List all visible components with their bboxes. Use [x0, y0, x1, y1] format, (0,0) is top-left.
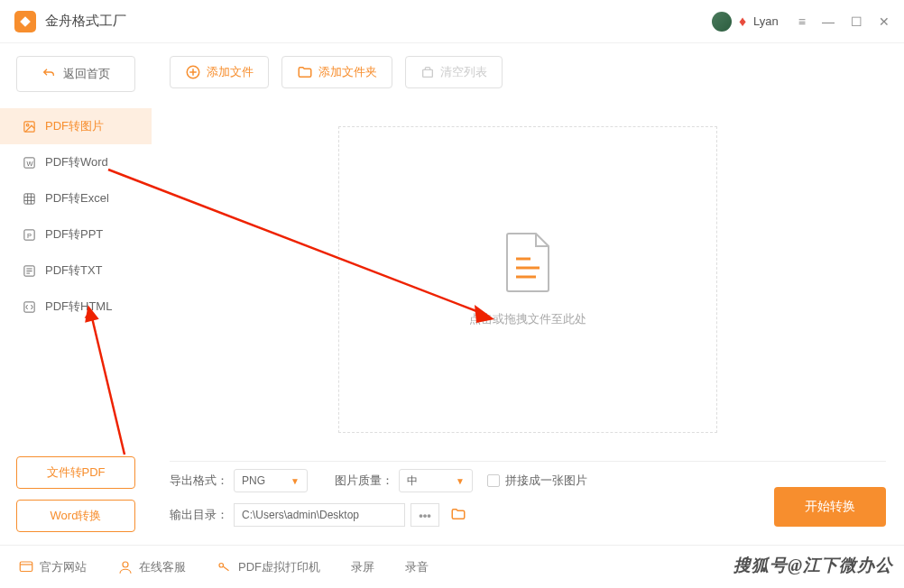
svg-point-15	[123, 562, 128, 567]
nav-label: PDF转PPT	[45, 226, 103, 243]
nav-label: PDF转TXT	[45, 262, 103, 279]
watermark-text: 搜狐号@江下微办公	[733, 554, 893, 577]
clear-list-button: 清空列表	[405, 56, 503, 88]
username: Lyan	[753, 14, 779, 28]
chevron-down-icon: ▼	[456, 476, 465, 486]
online-support-link[interactable]: 在线客服	[117, 559, 186, 575]
svg-point-16	[219, 563, 224, 567]
content-area: 添加文件 添加文件夹 清空列表 点击或拖拽文件至此处	[152, 43, 904, 545]
document-icon	[503, 232, 552, 293]
nav-pdf-to-excel[interactable]: PDF转Excel	[0, 180, 152, 216]
official-website-link[interactable]: 官方网站	[18, 559, 87, 575]
word-convert-button[interactable]: Word转换	[16, 500, 135, 532]
nav-pdf-to-txt[interactable]: PDF转TXT	[0, 253, 152, 289]
virtual-printer-link[interactable]: PDF虚拟打印机	[217, 559, 320, 575]
svg-point-1	[26, 124, 29, 126]
svg-text:W: W	[26, 159, 33, 167]
maximize-button[interactable]: ☐	[851, 14, 862, 29]
start-convert-button[interactable]: 开始转换	[774, 487, 886, 527]
html-icon	[22, 299, 36, 314]
output-dir-input[interactable]	[234, 503, 405, 527]
svg-rect-4	[23, 193, 33, 203]
excel-icon	[22, 191, 36, 206]
audio-record-link[interactable]: 录音	[405, 559, 429, 575]
word-icon: W	[22, 155, 36, 170]
chevron-down-icon: ▼	[291, 476, 300, 486]
close-button[interactable]: ✕	[879, 14, 890, 29]
dropzone[interactable]: 点击或拖拽文件至此处	[338, 126, 717, 433]
image-quality-label: 图片质量：	[335, 473, 393, 489]
user-area[interactable]: ♦ Lyan	[712, 12, 779, 32]
menu-button[interactable]: ≡	[798, 14, 806, 29]
open-folder-icon[interactable]	[450, 506, 466, 525]
app-logo-icon	[14, 11, 36, 32]
svg-rect-10	[423, 69, 433, 77]
svg-text:P: P	[27, 231, 32, 239]
screen-record-link[interactable]: 录屏	[351, 559, 374, 575]
txt-icon	[22, 263, 36, 278]
avatar	[712, 12, 732, 32]
file-to-pdf-button[interactable]: 文件转PDF	[16, 456, 135, 489]
nav-label: PDF转Excel	[45, 190, 109, 207]
image-icon	[22, 119, 36, 133]
back-home-button[interactable]: 返回首页	[16, 56, 135, 92]
vip-badge-icon: ♦	[739, 14, 746, 30]
image-quality-select[interactable]: 中 ▼	[399, 469, 473, 492]
nav-list: PDF转图片 W PDF转Word PDF转Excel P PDF转PPT PD…	[0, 108, 152, 456]
nav-label: PDF转Word	[45, 154, 108, 170]
window-controls: ≡ — ☐ ✕	[798, 14, 890, 29]
export-format-select[interactable]: PNG ▼	[234, 469, 308, 492]
app-title: 金舟格式工厂	[45, 13, 712, 30]
export-format-label: 导出格式：	[170, 473, 228, 489]
add-file-button[interactable]: 添加文件	[170, 56, 269, 88]
nav-pdf-to-word[interactable]: W PDF转Word	[0, 144, 152, 180]
add-folder-button[interactable]: 添加文件夹	[281, 56, 392, 88]
nav-label: PDF转图片	[45, 118, 104, 134]
toolbar: 添加文件 添加文件夹 清空列表	[170, 56, 886, 88]
svg-rect-14	[20, 562, 32, 572]
output-dir-label: 输出目录：	[170, 507, 228, 523]
back-home-label: 返回首页	[63, 66, 110, 82]
nav-pdf-to-html[interactable]: PDF转HTML	[0, 289, 152, 325]
dropzone-text: 点击或拖拽文件至此处	[469, 311, 586, 327]
nav-pdf-to-image[interactable]: PDF转图片	[0, 108, 152, 144]
nav-pdf-to-ppt[interactable]: P PDF转PPT	[0, 216, 152, 253]
titlebar: 金舟格式工厂 ♦ Lyan ≡ — ☐ ✕	[0, 0, 904, 43]
sidebar: 返回首页 PDF转图片 W PDF转Word PDF转Excel P PDF转P…	[0, 43, 152, 545]
minimize-button[interactable]: —	[822, 14, 835, 29]
merge-checkbox[interactable]: 拼接成一张图片	[487, 473, 587, 489]
nav-label: PDF转HTML	[45, 299, 112, 315]
browse-button[interactable]: •••	[410, 503, 439, 527]
ppt-icon: P	[22, 227, 36, 242]
checkbox-icon	[487, 474, 500, 487]
